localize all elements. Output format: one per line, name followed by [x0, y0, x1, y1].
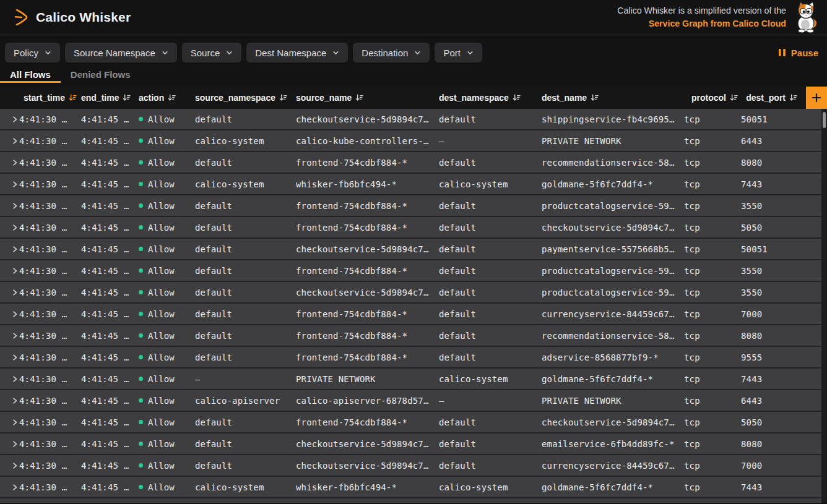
- cell-start_time: 4:41:30 …: [19, 417, 81, 427]
- cell-protocol: tcp: [684, 201, 741, 211]
- cell-source_namespace: default: [195, 114, 296, 124]
- column-header-protocol[interactable]: protocol: [684, 93, 741, 103]
- expand-row-button[interactable]: [12, 267, 19, 275]
- expand-row-button[interactable]: [12, 116, 19, 123]
- column-header-source_namespace[interactable]: source_namespace: [195, 93, 296, 103]
- table-row[interactable]: 4:41:30 …4:41:45 …Allowdefaultcheckoutse…: [0, 434, 827, 455]
- cell-protocol: tcp: [684, 461, 741, 471]
- cell-source_name: checkoutservice-5d9894c7…: [296, 288, 439, 297]
- cell-start_time: 4:41:30 …: [19, 158, 81, 168]
- table-row[interactable]: 4:41:30 …4:41:45 …Allowdefaultfrontend-7…: [0, 412, 827, 434]
- expand-row-button[interactable]: [12, 484, 19, 491]
- cell-dest_name: recommendationservice-58…: [542, 331, 684, 341]
- tab-all-flows[interactable]: All Flows: [0, 66, 61, 83]
- cell-end_time: 4:41:45 …: [81, 331, 139, 341]
- expand-row-icon: [12, 397, 18, 404]
- filter-source[interactable]: Source: [182, 43, 242, 62]
- cell-dest_port: 8080: [741, 331, 827, 341]
- cell-dest_port: 5050: [741, 223, 827, 233]
- table-row[interactable]: 4:41:30 …4:41:45 …Allowdefaultcheckoutse…: [0, 455, 827, 477]
- cell-source_namespace: default: [195, 309, 296, 319]
- cell-source_name: checkoutservice-5d9894c7…: [296, 439, 439, 449]
- cell-protocol: tcp: [684, 223, 741, 233]
- allow-status-dot: [139, 203, 143, 208]
- expand-row-button[interactable]: [12, 224, 19, 231]
- add-column-button[interactable]: [806, 87, 827, 109]
- cell-start_time: 4:41:30 …: [19, 244, 81, 254]
- filter-bar: PolicySource NamespaceSourceDest Namespa…: [0, 35, 827, 62]
- cell-dest_namespace: calico-system: [439, 482, 542, 492]
- expand-row-button[interactable]: [12, 137, 19, 145]
- expand-row-button[interactable]: [12, 419, 19, 426]
- table-row[interactable]: 4:41:30 …4:41:45 …Allowdefaultcheckoutse…: [0, 282, 827, 304]
- cell-dest_namespace: default: [439, 461, 542, 471]
- expand-row-button[interactable]: [12, 159, 19, 166]
- table-row[interactable]: 4:41:30 …4:41:45 …Allowcalico-systemwhis…: [0, 174, 827, 195]
- cell-end_time: 4:41:45 …: [81, 288, 139, 297]
- filter-port[interactable]: Port: [435, 43, 482, 62]
- table-row-partial[interactable]: [0, 498, 827, 503]
- column-header-source_name[interactable]: source_name: [296, 93, 439, 103]
- tab-denied-flows[interactable]: Denied Flows: [61, 66, 141, 83]
- expand-row-icon: [12, 419, 18, 426]
- sort-icon: [730, 94, 738, 101]
- table-row[interactable]: 4:41:30 …4:41:45 …Allowcalico-apiserverc…: [0, 390, 827, 412]
- table-row[interactable]: 4:41:30 …4:41:45 …Allowcalico-systemcali…: [0, 130, 827, 152]
- expand-row-button[interactable]: [12, 440, 19, 448]
- expand-row-button[interactable]: [12, 375, 19, 383]
- table-row[interactable]: 4:41:30 …4:41:45 …Allowdefaultcheckoutse…: [0, 109, 827, 130]
- filter-destination[interactable]: Destination: [353, 43, 430, 62]
- cell-dest_port: 6443: [741, 136, 827, 146]
- column-header-action[interactable]: action: [139, 93, 195, 103]
- table-row[interactable]: 4:41:30 …4:41:45 …Allow–PRIVATE NETWORKc…: [0, 369, 827, 390]
- expand-row-button[interactable]: [12, 397, 19, 404]
- filter-dest-namespace[interactable]: Dest Namespace: [246, 43, 348, 62]
- table-row[interactable]: 4:41:30 …4:41:45 …Allowdefaultfrontend-7…: [0, 195, 827, 217]
- allow-status-dot: [139, 333, 143, 338]
- expand-row-button[interactable]: [12, 202, 19, 210]
- table-row[interactable]: 4:41:30 …4:41:45 …Allowdefaultfrontend-7…: [0, 152, 827, 174]
- expand-row-button[interactable]: [12, 354, 19, 361]
- table-row[interactable]: 4:41:30 …4:41:45 …Allowdefaultfrontend-7…: [0, 325, 827, 347]
- table-row[interactable]: 4:41:30 …4:41:45 …Allowdefaultfrontend-7…: [0, 260, 827, 282]
- cell-source_namespace: default: [195, 417, 296, 427]
- cell-action: Allow: [139, 266, 195, 276]
- scrollbar-thumb[interactable]: [823, 112, 826, 128]
- allow-status-dot: [139, 139, 143, 143]
- cell-action: Allow: [139, 136, 195, 146]
- filter-policy[interactable]: Policy: [5, 43, 60, 62]
- cell-dest_name: recommendationservice-58…: [542, 158, 684, 168]
- table-row[interactable]: 4:41:30 …4:41:45 …Allowdefaultfrontend-7…: [0, 217, 827, 239]
- cell-dest_namespace: –: [439, 136, 542, 146]
- cell-protocol: tcp: [684, 396, 741, 406]
- expand-row-button[interactable]: [12, 310, 19, 318]
- chevron-down-icon: [162, 49, 168, 56]
- expand-row-icon: [12, 181, 18, 188]
- cell-end_time: 4:41:45 …: [81, 374, 139, 384]
- pause-button[interactable]: Pause: [778, 43, 818, 62]
- cell-action: Allow: [139, 158, 195, 168]
- column-header-start_time[interactable]: start_time: [19, 93, 81, 103]
- expand-row-button[interactable]: [12, 462, 19, 469]
- column-header-dest_name[interactable]: dest_name: [542, 93, 684, 103]
- column-header-dest_namespace[interactable]: dest_namespace: [439, 93, 542, 103]
- table-row[interactable]: 4:41:30 …4:41:45 …Allowdefaultfrontend-7…: [0, 304, 827, 325]
- table-row[interactable]: 4:41:30 …4:41:45 …Allowcalico-systemwhis…: [0, 477, 827, 498]
- expand-row-button[interactable]: [12, 246, 19, 253]
- cell-source_name: frontend-754cdbf884-*: [296, 158, 439, 168]
- cell-end_time: 4:41:45 …: [81, 439, 139, 449]
- cell-action: Allow: [139, 374, 195, 384]
- cell-protocol: tcp: [684, 266, 741, 276]
- service-graph-link[interactable]: Service Graph from Calico Cloud: [617, 17, 786, 30]
- expand-row-button[interactable]: [12, 332, 19, 340]
- column-header-end_time[interactable]: end_time: [81, 93, 139, 103]
- table-row[interactable]: 4:41:30 …4:41:45 …Allowdefaultcheckoutse…: [0, 239, 827, 260]
- filter-source-namespace[interactable]: Source Namespace: [65, 43, 177, 62]
- cell-dest_name: productcatalogservice-59…: [542, 288, 684, 297]
- cell-action: Allow: [139, 244, 195, 254]
- table-row[interactable]: 4:41:30 …4:41:45 …Allowdefaultfrontend-7…: [0, 347, 827, 369]
- scrollbar-track[interactable]: [821, 109, 827, 503]
- cell-source_name: frontend-754cdbf884-*: [296, 352, 439, 362]
- expand-row-button[interactable]: [12, 181, 19, 188]
- expand-row-button[interactable]: [12, 289, 19, 296]
